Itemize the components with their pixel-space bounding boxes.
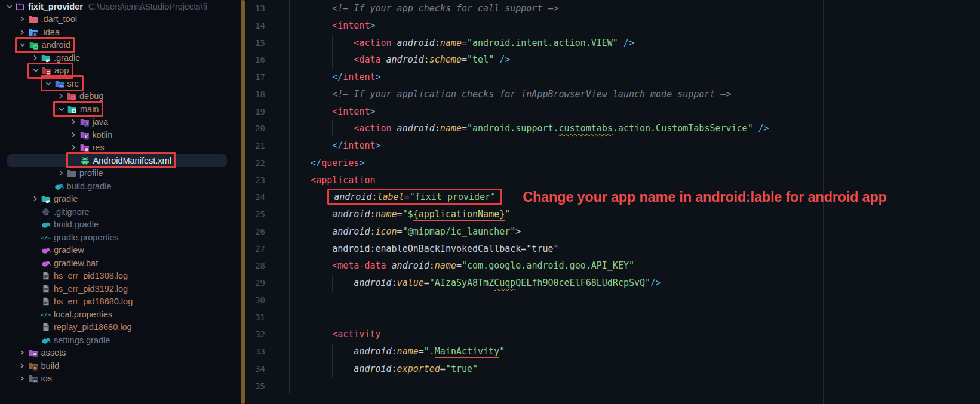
code-token: </ [332, 72, 343, 82]
code-line-16[interactable]: 16<data android:scheme="tel" /> [246, 51, 980, 69]
tree-row--dart-tool[interactable]: .dart_tool [0, 13, 246, 26]
code-line-26[interactable]: 26android:icon="@mipmap/ic_launcher"> [246, 223, 980, 240]
chevron-down-icon[interactable] [4, 2, 15, 11]
tree-row-android[interactable]: android [0, 39, 246, 52]
line-number: 24 [246, 189, 265, 206]
code-line-34[interactable]: 34android:exported="true" [246, 360, 980, 378]
editor-panel[interactable]: 13<!— If your app checks for call suppor… [246, 0, 980, 404]
chevron-right-icon[interactable] [29, 194, 41, 203]
tree-row-gradlew[interactable]: gradlew [0, 244, 246, 257]
line-number: 13 [246, 0, 265, 17]
tree-item-label: hs_err_pid18680.log [54, 297, 133, 306]
chevron-right-icon[interactable] [55, 168, 66, 178]
tree-row-debug[interactable]: debug [0, 90, 246, 103]
tree-row-main[interactable]: main [0, 103, 246, 116]
tree-row-hs-err-pid3192-log[interactable]: hs_err_pid3192.log [0, 282, 246, 295]
code-line-31[interactable]: 31 [246, 309, 980, 326]
project-tree-scrollbar[interactable] [241, 0, 245, 404]
code-line-18[interactable]: 18<!— If your application checks for inA… [246, 86, 980, 103]
chevron-right-icon[interactable] [68, 130, 79, 140]
chevron-right-icon[interactable] [68, 117, 79, 127]
red-annotation-box: android [15, 37, 75, 53]
line-content: android:name=".MainActivity" [274, 343, 980, 360]
tree-item-label: local.properties [54, 310, 112, 319]
code-line-13[interactable]: 13<!— If your app checks for call suppor… [246, 0, 980, 17]
tree-row-fixit-provider[interactable]: fixit_providerC:\Users\jenis\StudioProje… [0, 0, 246, 13]
chevron-right-icon[interactable] [29, 53, 41, 63]
line-number: 14 [246, 17, 265, 35]
code-line-15[interactable]: 15<action android:name="android.intent.a… [246, 35, 980, 52]
chevron-right-icon[interactable] [68, 143, 79, 152]
line-number: 18 [246, 86, 265, 103]
tree-row-src[interactable]: </>src [0, 77, 246, 90]
tree-row-gradlew-bat[interactable]: gradlew.bat [0, 257, 246, 270]
debug-folder-icon [66, 91, 76, 101]
tree-row-assets[interactable]: assets [0, 347, 246, 360]
code-token: icon [375, 226, 397, 238]
tree-row-java[interactable]: Jjava [0, 116, 246, 129]
code-line-19[interactable]: 19<intent> [246, 103, 980, 121]
chevron-right-icon[interactable] [17, 27, 28, 37]
chevron-down-icon[interactable] [30, 66, 41, 75]
code-token: scheme [429, 54, 462, 66]
code-line-30[interactable]: 30 [246, 292, 980, 309]
code-line-35[interactable]: 35 [246, 378, 980, 395]
tree-row-gradle[interactable]: gradle [0, 193, 246, 206]
code-token: "tel" [467, 54, 494, 65]
code-token: /> [758, 123, 769, 134]
code-token: <!— If your app checks for call support … [332, 3, 558, 14]
tree-row-replay-pid18680-log[interactable]: replay_pid18680.log [0, 321, 246, 334]
chevron-right-icon[interactable] [17, 374, 28, 383]
tree-row-build-gradle[interactable]: build.gradle [0, 180, 246, 193]
code-line-22[interactable]: 22</queries> [246, 155, 980, 172]
code-token: /> [623, 38, 634, 48]
chevron-down-icon[interactable] [43, 79, 54, 88]
chevron-right-icon[interactable] [55, 91, 66, 101]
line-content: <!— If your app checks for call support … [274, 0, 980, 17]
code-token: "android.support. [467, 123, 559, 134]
code-line-24[interactable]: 24android:label="fixit_provider"Change y… [246, 189, 980, 206]
chevron-placeholder [29, 335, 41, 345]
gitignore-file-icon: › [41, 207, 51, 217]
line-content: <intent> [274, 17, 980, 35]
chevron-down-icon[interactable] [17, 40, 29, 50]
code-token: " [505, 209, 510, 220]
chevron-placeholder [69, 156, 80, 165]
code-token: = [397, 209, 403, 220]
code-line-33[interactable]: 33android:name=".MainActivity" [246, 343, 980, 360]
code-line-28[interactable]: 28<meta-data android:name="com.google.an… [246, 257, 980, 275]
tree-row-build-gradle[interactable]: build.gradle [0, 218, 246, 232]
tree-row--gitignore[interactable]: ›.gitignore [0, 205, 246, 218]
chevron-down-icon[interactable] [56, 104, 67, 114]
tree-row-androidmanifest-xml[interactable]: AndroidManifest.xml [0, 154, 246, 167]
tree-row-hs-err-pid1308-log[interactable]: hs_err_pid1308.log [0, 270, 246, 283]
chevron-right-icon[interactable] [17, 14, 28, 24]
code-line-14[interactable]: 14<intent> [246, 17, 980, 35]
tree-row-ios[interactable]: iOSios [0, 372, 246, 386]
project-tree: fixit_providerC:\Users\jenis\StudioProje… [0, 0, 246, 385]
chevron-right-icon[interactable] [17, 361, 28, 371]
line-number: 34 [246, 360, 265, 378]
tree-row-profile[interactable]: profile [0, 167, 246, 180]
code-line-20[interactable]: 20<action android:name="android.support.… [246, 120, 980, 137]
chevron-placeholder [29, 310, 41, 319]
chevron-right-icon[interactable] [17, 348, 28, 357]
code-line-23[interactable]: 23<application [246, 172, 980, 189]
code-token: = [424, 277, 429, 288]
code-line-25[interactable]: 25android:name="${applicationName}" [246, 206, 980, 223]
code-token: = [456, 260, 462, 271]
code-line-29[interactable]: 29android:value="AIzaSyA8TmZCuqpQELfh9O0… [246, 275, 980, 292]
code-token: = [462, 123, 467, 134]
gradle-folder-icon [41, 194, 51, 203]
tree-row-kotlin[interactable]: Kkotlin [0, 128, 246, 141]
tree-row-build[interactable]: ✕build [0, 359, 246, 372]
code-line-27[interactable]: 27android:enableOnBackInvokedCallback="t… [246, 240, 980, 258]
tree-row-settings-gradle[interactable]: settings.gradle [0, 334, 246, 347]
code-line-17[interactable]: 17</intent> [246, 69, 980, 86]
code-line-32[interactable]: 32<activity [246, 326, 980, 343]
tree-row-hs-err-pid18680-log[interactable]: hs_err_pid18680.log [0, 295, 246, 309]
tree-row-app[interactable]: app [0, 64, 246, 78]
code-line-21[interactable]: 21</intent> [246, 137, 980, 155]
tree-row-local-properties[interactable]: </>local.properties [0, 308, 246, 321]
tree-row-gradle-properties[interactable]: </>gradle.properties [0, 231, 246, 244]
